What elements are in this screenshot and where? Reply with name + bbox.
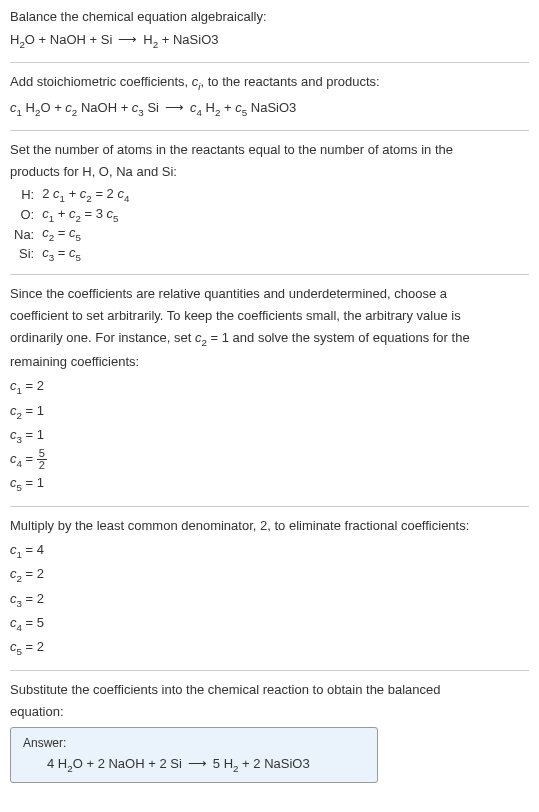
step1-section: Add stoichiometric coefficients, ci, to …: [10, 73, 529, 119]
coefficient-list: c1 = 2 c2 = 1 c3 = 1 c4 = 52 c5 = 1: [10, 375, 529, 496]
answer-label: Answer:: [23, 736, 365, 750]
element-label: H:: [10, 185, 38, 205]
step4-text: Multiply by the least common denominator…: [10, 517, 529, 535]
step5-text: equation:: [10, 703, 529, 721]
step1-text: Add stoichiometric coefficients, ci, to …: [10, 73, 529, 93]
balance-equation: c3 = c5: [38, 244, 133, 264]
divider: [10, 274, 529, 275]
element-label: Na:: [10, 224, 38, 244]
reactant-3: Si: [101, 32, 113, 47]
reactant-1: H2O: [10, 32, 35, 47]
coefficient-value: c3 = 2: [10, 588, 529, 612]
element-label: O:: [10, 205, 38, 225]
coefficient-value: c1 = 4: [10, 539, 529, 563]
coefficient-value: c5 = 1: [10, 472, 529, 496]
coefficient-value: c4 = 52: [10, 448, 529, 472]
divider: [10, 670, 529, 671]
table-row: Na: c2 = c5: [10, 224, 133, 244]
step5-text: Substitute the coefficients into the che…: [10, 681, 529, 699]
step2-text1: Set the number of atoms in the reactants…: [10, 141, 529, 159]
atom-balance-table: H: 2 c1 + c2 = 2 c4 O: c1 + c2 = 3 c5 Na…: [10, 185, 133, 263]
coefficient-value: c2 = 2: [10, 563, 529, 587]
title-equation: H2O + NaOH + Si⟶H2 + NaSiO3: [10, 30, 529, 52]
step2-text2: products for H, O, Na and Si:: [10, 163, 529, 181]
answer-equation: 4 H2O + 2 NaOH + 2 Si⟶5 H2 + 2 NaSiO3: [23, 756, 365, 774]
coefficient-value: c1 = 2: [10, 375, 529, 399]
title-section: Balance the chemical equation algebraica…: [10, 8, 529, 52]
table-row: H: 2 c1 + c2 = 2 c4: [10, 185, 133, 205]
table-row: O: c1 + c2 = 3 c5: [10, 205, 133, 225]
step3-text: coefficient to set arbitrarily. To keep …: [10, 307, 529, 325]
step1-equation: c1 H2O + c2 NaOH + c3 Si⟶c4 H2 + c5 NaSi…: [10, 98, 529, 120]
divider: [10, 62, 529, 63]
product-1: H2: [143, 32, 158, 47]
step2-section: Set the number of atoms in the reactants…: [10, 141, 529, 264]
balance-equation: c2 = c5: [38, 224, 133, 244]
reactant-2: NaOH: [50, 32, 86, 47]
coefficient-value: c5 = 2: [10, 636, 529, 660]
product-2: NaSiO3: [173, 32, 219, 47]
balance-equation: 2 c1 + c2 = 2 c4: [38, 185, 133, 205]
step4-section: Multiply by the least common denominator…: [10, 517, 529, 660]
coefficient-list: c1 = 4 c2 = 2 c3 = 2 c4 = 5 c5 = 2: [10, 539, 529, 660]
arrow-icon: ⟶: [165, 100, 184, 115]
element-label: Si:: [10, 244, 38, 264]
step3-text: Since the coefficients are relative quan…: [10, 285, 529, 303]
arrow-icon: ⟶: [188, 756, 207, 771]
title-text: Balance the chemical equation algebraica…: [10, 8, 529, 26]
arrow-icon: ⟶: [118, 32, 137, 47]
coefficient-value: c4 = 5: [10, 612, 529, 636]
balance-equation: c1 + c2 = 3 c5: [38, 205, 133, 225]
fraction: 52: [37, 448, 47, 471]
answer-box: Answer: 4 H2O + 2 NaOH + 2 Si⟶5 H2 + 2 N…: [10, 727, 378, 783]
step3-text: ordinarily one. For instance, set c2 = 1…: [10, 329, 529, 349]
step5-section: Substitute the coefficients into the che…: [10, 681, 529, 783]
table-row: Si: c3 = c5: [10, 244, 133, 264]
divider: [10, 506, 529, 507]
coefficient-value: c2 = 1: [10, 400, 529, 424]
divider: [10, 130, 529, 131]
step3-section: Since the coefficients are relative quan…: [10, 285, 529, 497]
step3-text: remaining coefficients:: [10, 353, 529, 371]
coefficient-value: c3 = 1: [10, 424, 529, 448]
